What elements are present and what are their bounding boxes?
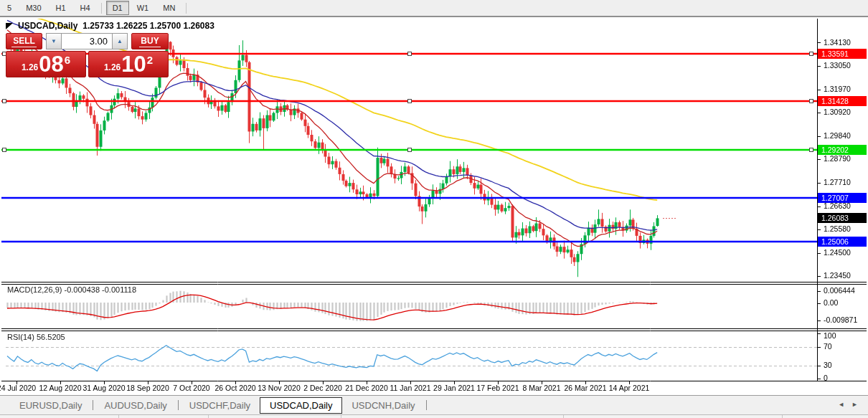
tab-scroll-arrows: ◄ ► xyxy=(838,401,858,408)
price-axis-label: 1.29840 xyxy=(824,131,851,140)
price-axis-label: 1.25580 xyxy=(824,224,851,233)
buy-price-pips: 10 xyxy=(121,54,146,75)
price-axis-label: 1.31970 xyxy=(824,85,851,93)
mt4-terminal: 5M30H1H4D1W1MN USDCAD,Daily 1.25733 1.26… xyxy=(0,0,868,418)
tab-scroll-right-icon[interactable]: ► xyxy=(852,401,858,408)
price-axis-label: 1.24500 xyxy=(824,248,851,257)
sell-button[interactable]: SELL xyxy=(6,33,42,49)
price-axis-label: 1.30920 xyxy=(824,108,851,116)
volume-input[interactable]: 3.00 xyxy=(62,33,112,49)
price-axis-label: 1.34130 xyxy=(824,38,851,47)
chart-ohlc: 1.25733 1.26225 1.25700 1.26083 xyxy=(82,21,214,31)
one-click-trading-widget: SELL ▼ 3.00 ▲ BUY 1.26 08 6 1.26 1 xyxy=(6,33,169,78)
price-axis-label: 1.33050 xyxy=(824,61,851,70)
status-divider xyxy=(563,415,564,418)
date-axis-label: 21 Dec 2020 xyxy=(345,384,388,392)
sell-label: SELL xyxy=(11,36,37,47)
volume-increase-button[interactable]: ▲ xyxy=(112,33,128,49)
tab-separator xyxy=(178,400,179,410)
date-axis-label: 7 Oct 2020 xyxy=(173,384,209,392)
date-axis-label: 31 Aug 2020 xyxy=(83,384,126,392)
chevron-up-icon: ▲ xyxy=(117,38,123,44)
volume-value: 3.00 xyxy=(90,36,108,47)
chart-tab-usdcnh[interactable]: USDCNH,Daily xyxy=(342,397,424,414)
price-line-badge: 1.31428 xyxy=(818,96,867,106)
rsi-value: 56.5205 xyxy=(37,333,65,341)
macd-values: -0.000438 -0.001118 xyxy=(64,285,136,294)
rsi-axis-label: 30 xyxy=(824,361,832,369)
volume-decrease-button[interactable]: ▼ xyxy=(46,33,62,49)
buy-price-point: 2 xyxy=(147,54,153,66)
sell-price-pips: 08 xyxy=(39,54,63,75)
tab-separator xyxy=(426,400,427,410)
date-axis-label: 13 Nov 2020 xyxy=(258,384,301,392)
status-bar xyxy=(0,414,868,418)
date-axis-label: 29 Jan 2021 xyxy=(433,384,475,392)
tab-separator xyxy=(93,400,93,410)
macd-label: MACD(12,26,9) -0.000438 -0.001118 xyxy=(7,285,136,294)
date-axis-label: 14 Apr 2021 xyxy=(609,384,650,392)
date-axis-label: 18 Sep 2020 xyxy=(126,384,169,392)
date-axis-label: 2 Dec 2020 xyxy=(303,384,342,392)
date-axis-label: 24 Jul 2020 xyxy=(0,384,36,392)
chart-tab-eurusd[interactable]: EURUSD,Daily xyxy=(10,397,91,414)
buy-price-panel[interactable]: 1.26 10 2 xyxy=(88,51,169,77)
chart-expand-icon[interactable] xyxy=(6,23,13,29)
current-price-badge: 1.26083 xyxy=(818,213,867,223)
date-axis-label: 26 Oct 2020 xyxy=(214,384,255,392)
price-line-badge: 1.33591 xyxy=(818,49,867,59)
macd-axis-label: -0.009871 xyxy=(824,315,857,324)
status-divider xyxy=(118,415,119,418)
chart-tab-usdchf[interactable]: USDCHF,Daily xyxy=(180,397,260,414)
sell-price-panel[interactable]: 1.26 08 6 xyxy=(6,51,86,77)
date-axis-label: 17 Feb 2021 xyxy=(477,384,519,392)
rsi-axis-label: 100 xyxy=(824,331,836,340)
price-axis-label: 1.23450 xyxy=(824,271,851,280)
buy-price-figure: 1.26 xyxy=(104,62,121,72)
buy-label: BUY xyxy=(139,36,160,47)
macd-axis-label: 0.00 xyxy=(824,298,838,307)
price-axis-label: 1.27710 xyxy=(824,178,851,186)
rsi-axis-label: 70 xyxy=(824,342,832,351)
status-divider xyxy=(341,415,341,418)
sell-price-figure: 1.26 xyxy=(22,62,38,72)
price-line-badge: 1.27007 xyxy=(818,193,867,203)
chart-title: USDCAD,Daily 1.25733 1.26225 1.25700 1.2… xyxy=(6,21,214,31)
date-axis-label: 8 Mar 2021 xyxy=(522,384,560,392)
chart-symbol: USDCAD,Daily xyxy=(18,21,77,31)
tab-scroll-left-icon[interactable]: ◄ xyxy=(838,401,844,408)
buy-button[interactable]: BUY xyxy=(131,33,169,49)
macd-axis-label: 0.006444 xyxy=(824,286,855,295)
date-axis-label: 26 Mar 2021 xyxy=(565,384,607,392)
rsi-axis-label: 0 xyxy=(824,374,828,382)
chart-tab-bar: EURUSD,DailyAUDUSD,DailyUSDCHF,DailyUSDC… xyxy=(0,395,868,414)
price-line-badge: 1.25006 xyxy=(818,237,867,247)
price-line-badge: 1.29202 xyxy=(818,145,867,155)
status-divider xyxy=(782,415,783,418)
chart-tab-audusd[interactable]: AUDUSD,Daily xyxy=(95,397,176,414)
chevron-down-icon: ▼ xyxy=(51,38,57,44)
date-axis-label: 11 Jan 2021 xyxy=(390,384,430,392)
chart-tab-usdcad[interactable]: USDCAD,Daily xyxy=(260,397,342,414)
sell-price-point: 6 xyxy=(65,54,70,66)
rsi-label: RSI(14) 56.5205 xyxy=(7,333,65,341)
price-axis-label: 1.28790 xyxy=(824,154,851,163)
date-axis-label: 12 Aug 2020 xyxy=(39,384,82,392)
status-divider xyxy=(208,415,209,418)
